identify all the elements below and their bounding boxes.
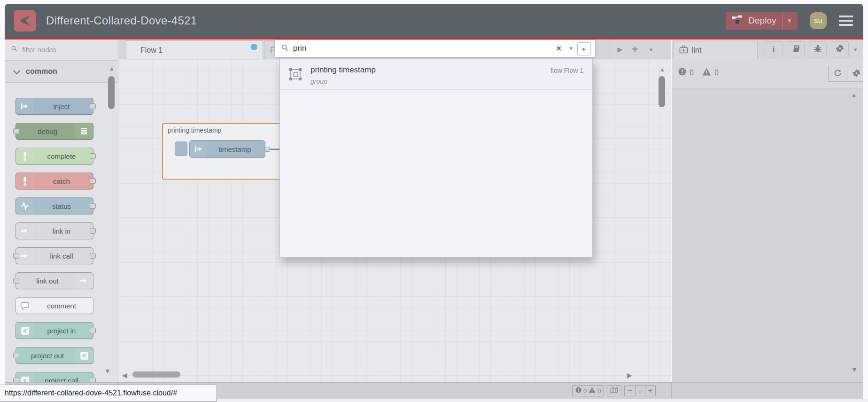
flow-list-caret-icon[interactable]: ▾ [645,39,657,59]
sidebar-tab-lint[interactable]: lint [673,41,758,59]
workspace-error-count: 0 [583,387,587,394]
zoom-out-button[interactable]: − [625,386,635,396]
search-result-row[interactable]: printing timestamp group flow:Flow 1 [280,60,592,90]
palette-node-label: link in [34,223,89,239]
palette-node-project-call[interactable]: project call [16,372,93,382]
palette-scroll-up-icon[interactable]: ▲ [109,66,115,71]
canvas-scroll-up-icon[interactable]: ▲ [659,67,665,72]
tabbar-divider [611,39,611,59]
palette-node-label: project out [20,347,75,363]
inject-arrow-icon [16,98,34,114]
palette-node-link-in[interactable]: link in [16,222,93,239]
node-port-right[interactable] [90,178,96,184]
debug-tab-button[interactable] [809,41,827,57]
node-port-left[interactable] [13,278,19,284]
node-port-left[interactable] [13,353,19,358]
palette-node-label: inject [34,98,89,114]
node-port-right[interactable] [90,328,96,333]
book-icon [791,45,800,55]
gear-icon [852,69,860,79]
palette-category-common[interactable]: common [5,60,118,83]
palette-node-project-in[interactable]: project in [16,322,93,339]
search-icon [281,44,288,53]
palette-node-complete[interactable]: complete [16,148,93,165]
group-label: printing timestamp [168,126,221,134]
zoom-in-icon: + [648,386,652,395]
deploy-icon [731,15,743,27]
canvas-scroll-left-icon[interactable]: ◀ [122,372,127,378]
palette-category-label: common [26,67,57,76]
tab-flow-1[interactable]: Flow 1 [126,40,263,59]
sidebar-scroll-up-icon[interactable]: ▲ [851,92,857,98]
warning-icon [702,68,711,78]
palette-node-inject[interactable]: inject [16,98,93,115]
map-icon [610,387,618,395]
palette-scroll-down-icon[interactable]: ▼ [104,368,111,374]
project-logo-icon [16,372,34,382]
palette-node-link-out[interactable]: link out [16,272,93,289]
tab-flow-1-label: Flow 1 [140,46,163,55]
group-icon [289,68,302,83]
node-port-left[interactable] [13,128,19,134]
inject-trigger-button[interactable] [175,142,187,156]
palette-node-label: catch [34,173,89,189]
lint-settings-button[interactable] [847,66,863,81]
palette-node-link-call[interactable]: link call [16,247,93,264]
palette-node-label: link call [34,248,89,264]
search-result-type: group [310,78,327,85]
link-url: https://different-collared-dove-4521.flo… [5,389,177,397]
lint-refresh-button[interactable] [829,66,847,81]
node-port-right[interactable] [90,228,96,234]
node-palette: common injectdebugcompletecatchstatuslin… [5,39,119,382]
deploy-button[interactable]: Deploy ▾ [726,12,798,30]
canvas-scroll-right-icon[interactable]: ▶ [627,372,632,378]
add-flow-icon[interactable]: + [629,39,641,59]
palette-filter-row [5,39,118,59]
palette-node-label: link out [20,273,75,289]
node-port-right[interactable] [90,153,96,159]
palette-node-status[interactable]: status [16,197,93,214]
debug-lines-icon [75,123,93,139]
sidebar-scroll-down-icon[interactable]: ▼ [851,367,858,372]
canvas-horizontal-scrollbar[interactable] [132,371,180,378]
zoom-in-button[interactable]: + [645,386,655,396]
tab-scroll-right-icon[interactable]: ▶ [614,39,626,59]
exclaim-icon [16,173,34,189]
palette-scrollbar[interactable] [108,76,115,109]
search-input[interactable] [292,43,491,54]
node-port-right[interactable] [90,253,96,259]
palette-node-comment[interactable]: comment [16,297,93,314]
search-clear-icon[interactable]: × [556,40,561,57]
footer-divider [671,383,672,399]
flowfuse-logo-icon [14,10,36,32]
palette-node-project-out[interactable]: project out [16,347,93,364]
main-menu-icon[interactable] [839,16,853,26]
deploy-options-caret-icon[interactable]: ▾ [783,12,796,30]
canvas-vertical-scrollbar[interactable] [659,76,665,107]
help-tab-button[interactable] [787,41,805,57]
right-sidebar: lint i ▾ 0 [672,39,863,382]
palette-filter-input[interactable] [21,45,103,54]
search-result-title: printing timestamp [310,65,376,75]
zoom-reset-button[interactable]: ○ [635,386,645,396]
node-port-right[interactable] [90,103,96,109]
minimap-toggle-button[interactable] [607,385,621,396]
user-avatar[interactable]: su [810,12,827,29]
lint-kit-icon [679,46,688,55]
link-arrow-icon [75,273,93,289]
exclaim-icon [16,148,34,164]
search-next-button[interactable]: ▸ [577,42,591,55]
node-port-right[interactable] [90,378,96,382]
inject-node-label: timestamp [208,141,262,158]
info-tab-button[interactable]: i [765,41,783,57]
node-port-right[interactable] [90,203,96,209]
workspace-status-counts[interactable]: 0 0 [572,385,604,396]
search-results-panel: printing timestamp group flow:Flow 1 [279,59,593,258]
sidebar-tabs-caret-icon[interactable]: ▾ [854,46,857,53]
search-options-caret-icon[interactable]: ▾ [569,40,573,57]
inject-node[interactable]: timestamp [189,140,265,158]
palette-node-debug[interactable]: debug [16,123,93,140]
palette-node-catch[interactable]: catch [16,173,93,189]
zoom-out-icon: − [628,386,632,395]
config-tab-button[interactable] [831,41,849,57]
